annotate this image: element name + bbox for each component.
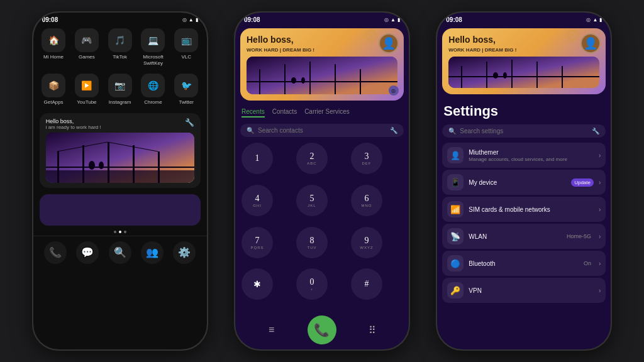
dialer-search-bar[interactable]: 🔍 🔧 — [240, 124, 404, 137]
num-9[interactable]: 9WXYZ — [351, 227, 382, 258]
settings-wifi-icon: ▲ — [592, 17, 597, 23]
bluetooth-value: On — [584, 260, 591, 266]
miuithemer-arrow-icon: › — [599, 152, 601, 159]
dock-contacts[interactable]: 👥 — [141, 241, 164, 264]
chrome-icon: 🌐 — [141, 74, 165, 97]
num-hash[interactable]: # — [351, 268, 382, 300]
widget-subtitle: i am ready to work hard ! — [46, 124, 101, 130]
games-icon: 🎮 — [75, 28, 99, 52]
tiktok-icon: 🎵 — [108, 28, 132, 52]
settings-item-vpn[interactable]: 🔑 VPN › — [442, 278, 606, 303]
num-8[interactable]: 8TUV — [296, 227, 328, 258]
svg-point-19 — [291, 77, 296, 84]
app-twitter[interactable]: 🐦 Twitter — [172, 74, 201, 106]
svg-rect-23 — [486, 62, 487, 88]
mydevice-arrow-icon: › — [599, 179, 601, 186]
dialpad-menu-btn[interactable]: ≡ — [260, 319, 283, 341]
settings-search-icon: 🔍 — [448, 128, 456, 134]
tab-contacts[interactable]: Contacts — [272, 108, 297, 118]
gear-deco-1: ⚙ — [363, 28, 379, 46]
num-1[interactable]: 1 — [242, 143, 273, 174]
app-tiktok[interactable]: 🎵 TikTok — [106, 28, 134, 66]
settings-item-mydevice[interactable]: 📱 My device Update › — [442, 170, 606, 195]
getapps-label: GetApps — [43, 99, 63, 106]
settings-screen: 09:08 ◎ ▲ ▮ ⚙ ⚙ 👤 Hello boss, WORK HARD … — [437, 13, 611, 349]
app-mihome[interactable]: 🏠 Mi Home — [40, 28, 68, 66]
wlan-arrow-icon: › — [599, 233, 601, 240]
settings-battery-icon: ▮ — [599, 17, 602, 23]
dock-phone[interactable]: 📞 — [44, 241, 67, 264]
app-games[interactable]: 🎮 Games — [72, 28, 101, 66]
instagram-label: Instagram — [109, 99, 131, 106]
youtube-label: YouTube — [77, 99, 96, 106]
settings-status-time: 09:08 — [446, 16, 462, 23]
games-label: Games — [79, 54, 95, 60]
svg-rect-16 — [335, 64, 336, 94]
wlan-title: WLAN — [469, 233, 562, 240]
bridge-silhouette-2 — [247, 57, 397, 94]
page-dots — [33, 228, 207, 236]
vlc-label: VLC — [181, 54, 191, 60]
svg-point-29 — [503, 72, 507, 79]
dock-settings[interactable]: ⚙️ — [173, 241, 196, 264]
status-bar-settings: 09:08 ◎ ▲ ▮ — [437, 13, 611, 25]
app-getapps[interactable]: 📦 GetApps — [40, 74, 68, 106]
greeting-avatar: 👤 — [379, 33, 399, 53]
settings-signal-icon: ◎ — [586, 17, 591, 23]
miuithemer-subtitle: Manage accounts, cloud services, and mor… — [469, 156, 594, 162]
youtube-icon: ▶️ — [75, 74, 99, 97]
dialer-status-time: 09:08 — [244, 16, 260, 23]
svg-rect-15 — [309, 62, 311, 94]
settings-search-input[interactable] — [460, 128, 588, 134]
app-youtube[interactable]: ▶️ YouTube — [72, 74, 101, 106]
widget-header: Hello boss, i am ready to work hard ! 🔧 — [46, 118, 194, 130]
dialer-tabs: Recents Contacts Carrier Services — [235, 104, 409, 121]
dock-search[interactable]: 🔍 — [109, 241, 131, 264]
num-6[interactable]: 6MNO — [351, 185, 382, 216]
settings-item-wlan[interactable]: 📡 WLAN Home-5G › — [442, 224, 606, 249]
vpn-info: VPN — [469, 287, 594, 294]
settings-greeting-card: ⚙ ⚙ 👤 Hello boss, WORK HARD | DREAM BIG … — [442, 28, 606, 94]
settings-item-miuithemer[interactable]: 👤 Miuthemer Manage accounts, cloud servi… — [442, 143, 606, 168]
sim-title: SIM cards & mobile networks — [469, 206, 594, 213]
call-button[interactable]: 📞 — [308, 315, 336, 344]
app-grid-row2: 📦 GetApps ▶️ YouTube 📷 Instagram 🌐 Chrom… — [33, 70, 207, 109]
settings-item-bluetooth[interactable]: 🔵 Bluetooth On › — [442, 251, 606, 276]
app-chrome[interactable]: 🌐 Chrome — [139, 74, 167, 106]
miuithemer-icon: 👤 — [447, 147, 464, 163]
home-screen: 09:08 ◎ ▲ ▮ 🏠 Mi Home 🎮 Games 🎵 — [33, 13, 207, 349]
dialer-bottom-bar: ≡ 📞 ⠿ — [235, 310, 409, 349]
search-icon: 🔍 — [247, 127, 254, 134]
app-vlc[interactable]: 📺 VLC — [172, 28, 201, 66]
tab-recents[interactable]: Recents — [242, 108, 265, 118]
bridge-silhouette — [46, 133, 194, 183]
dialer-screen: 09:08 ◎ ▲ ▮ ⚙ ⚙ 👤 Hello boss, WORK HARD … — [235, 13, 409, 349]
greeting-subtitle: WORK HARD | DREAM BIG ! — [247, 47, 397, 53]
numpad: 1 2ABC 3DEF 4GHI 5JKL 6MNO 7PQRS 8TUV 9W… — [235, 140, 409, 310]
num-4[interactable]: 4GHI — [242, 185, 273, 216]
num-3[interactable]: 3DEF — [351, 143, 382, 174]
settings-card-image — [448, 57, 599, 88]
settings-search-bar[interactable]: 🔍 🔧 — [442, 124, 606, 138]
dialer-search-input[interactable] — [258, 127, 386, 134]
app-swiftkey[interactable]: 💻 Microsoft SwiftKey — [139, 28, 167, 66]
bottom-widget — [40, 194, 201, 226]
num-star[interactable]: ✱ — [242, 268, 273, 300]
tab-carrier[interactable]: Carrier Services — [304, 108, 350, 118]
svg-rect-21 — [448, 57, 599, 88]
svg-point-9 — [89, 161, 95, 170]
settings-item-sim[interactable]: 📶 SIM cards & mobile networks › — [442, 197, 606, 222]
sim-info: SIM cards & mobile networks — [469, 206, 594, 213]
bluetooth-title: Bluetooth — [469, 260, 579, 267]
num-7[interactable]: 7PQRS — [242, 227, 273, 258]
num-5[interactable]: 5JKL — [296, 185, 328, 216]
num-2[interactable]: 2ABC — [296, 143, 328, 174]
app-instagram[interactable]: 📷 Instagram — [106, 74, 134, 106]
dock-messages[interactable]: 💬 — [76, 241, 99, 264]
mihome-icon: 🏠 — [42, 28, 65, 52]
dialpad-toggle-btn[interactable]: ⠿ — [361, 319, 384, 341]
svg-point-10 — [99, 162, 104, 169]
mydevice-update-badge: Update — [571, 178, 594, 187]
phone-dialer: 09:08 ◎ ▲ ▮ ⚙ ⚙ 👤 Hello boss, WORK HARD … — [234, 11, 410, 351]
num-0[interactable]: 0+ — [296, 268, 328, 300]
